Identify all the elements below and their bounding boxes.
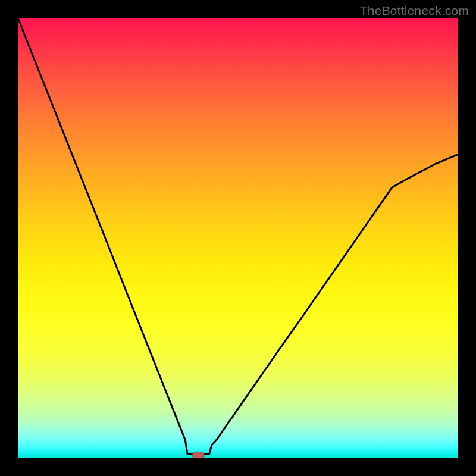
curve-layer bbox=[18, 18, 458, 458]
chart-frame: TheBottleneck.com bbox=[0, 0, 476, 476]
watermark-text: TheBottleneck.com bbox=[360, 4, 469, 18]
optimal-point-marker bbox=[192, 452, 204, 458]
plot-area bbox=[18, 18, 458, 458]
bottleneck-curve bbox=[18, 18, 458, 455]
